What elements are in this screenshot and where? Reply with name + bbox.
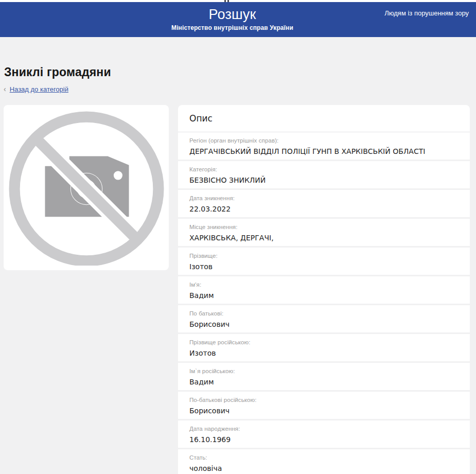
description-row-name: Ім'я: Вадим bbox=[178, 276, 470, 304]
field-value: БЕЗВІСНО ЗНИКЛИЙ bbox=[189, 176, 459, 184]
field-value: чоловіча bbox=[189, 464, 459, 472]
field-label: Категорія: bbox=[189, 166, 459, 173]
page-title: Зниклі громадяни bbox=[4, 37, 470, 79]
header-subtitle: Міністерство внутрішніх справ України bbox=[171, 24, 293, 31]
site-branding: Розшук Міністерство внутрішніх справ Укр… bbox=[171, 7, 293, 31]
field-value: 22.03.2022 bbox=[189, 205, 459, 213]
back-to-categories-link[interactable]: Назад до категорій bbox=[10, 85, 68, 93]
description-row-birth-date: Дата народження: 16.10.1969 bbox=[178, 420, 470, 448]
accessibility-link[interactable]: Людям із порушенням зору bbox=[384, 9, 469, 17]
field-value: Ізотов bbox=[189, 262, 459, 271]
field-label: Дата зникнення: bbox=[189, 195, 459, 202]
field-label: Стать: bbox=[189, 454, 459, 461]
field-value: 16.10.1969 bbox=[189, 435, 459, 444]
description-row-disappearance-date: Дата зникнення: 22.03.2022 bbox=[178, 190, 470, 217]
header-title-link[interactable]: Розшук bbox=[171, 7, 293, 23]
field-value: ДЕРГАЧІВСЬКИЙ ВІДДІЛ ПОЛІЦІЇ ГУНП В ХАРК… bbox=[189, 147, 459, 155]
description-card: Опис Регіон (орган внутрішніх справ): ДЕ… bbox=[178, 105, 470, 474]
field-label: По-батькові російською: bbox=[189, 397, 459, 403]
field-value: Вадим bbox=[189, 291, 459, 300]
field-value: Борисович bbox=[189, 320, 459, 328]
page-content: Зниклі громадяни ‹Назад до категорій bbox=[0, 37, 476, 474]
description-row-gender: Стать: чоловіча bbox=[178, 449, 470, 474]
back-row: ‹Назад до категорій bbox=[4, 85, 470, 93]
field-label: Ім'я: bbox=[189, 282, 459, 288]
field-value: Вадим bbox=[189, 378, 459, 386]
field-value: ХАРКІВСЬКА, ДЕРГАЧІ, bbox=[189, 234, 459, 242]
field-label: Дата народження: bbox=[189, 426, 459, 432]
description-row-patronymic: По батькові: Борисович bbox=[178, 305, 470, 332]
field-label: Прізвище: bbox=[189, 253, 459, 259]
back-chevron-icon: ‹ bbox=[4, 85, 6, 93]
field-label: Регіон (орган внутрішніх справ): bbox=[189, 137, 459, 144]
field-label: Прізвище російською: bbox=[189, 339, 459, 346]
description-row-category: Категорія: БЕЗВІСНО ЗНИКЛИЙ bbox=[178, 161, 470, 188]
description-row-surname-russian: Прізвище російською: Изотов bbox=[178, 334, 470, 361]
field-value: Борисович bbox=[189, 407, 459, 415]
field-value: Изотов bbox=[189, 349, 459, 357]
photo-card bbox=[4, 105, 169, 270]
field-label: По батькові: bbox=[189, 310, 459, 317]
no-photo-icon bbox=[9, 110, 164, 266]
description-row-patronymic-russian: По-батькові російською: Борисович bbox=[178, 392, 470, 419]
description-row-name-russian: Ім`я російською: Вадим bbox=[178, 363, 470, 390]
description-title: Опис bbox=[189, 113, 213, 124]
record-layout: Опис Регіон (орган внутрішніх справ): ДЕ… bbox=[4, 105, 470, 474]
field-label: Місце зникнення: bbox=[189, 224, 459, 231]
description-row-surname: Прізвище: Ізотов bbox=[178, 248, 470, 275]
description-row-region: Регіон (орган внутрішніх справ): ДЕРГАЧІ… bbox=[178, 132, 470, 160]
site-header: Розшук Міністерство внутрішніх справ Укр… bbox=[0, 2, 476, 37]
description-header: Опис bbox=[178, 105, 470, 132]
description-row-disappearance-place: Місце зникнення: ХАРКІВСЬКА, ДЕРГАЧІ, bbox=[178, 219, 470, 246]
field-label: Ім`я російською: bbox=[189, 368, 459, 375]
